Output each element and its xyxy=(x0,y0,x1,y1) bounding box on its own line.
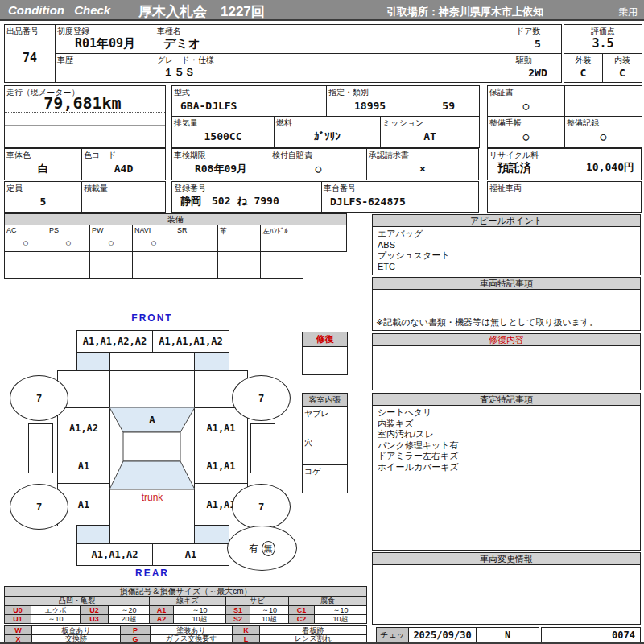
circle-mark: ○ xyxy=(133,233,175,251)
repair-detail-panel: 修復内容 xyxy=(372,333,641,390)
equipment-cell-extra xyxy=(303,225,347,252)
front-pillar-right-shade xyxy=(194,352,229,371)
field-drive: 駆動 2WD xyxy=(514,53,562,83)
circle-mark: ○ xyxy=(565,126,642,147)
equipment-empty-cell xyxy=(47,251,90,279)
field-value: DJLFS-624875 xyxy=(322,191,478,212)
assessment-list: シートヘタリ 内装キズ 室内汚れ/スレ パンク修理キット有 ドアミラー左右キズ … xyxy=(373,406,640,474)
legend-code: U3 xyxy=(80,614,109,624)
field-color-code: 色コード A4D xyxy=(81,148,166,180)
field-value: A4D xyxy=(82,158,165,180)
field-value xyxy=(56,63,155,82)
assessment-item: パンク修理キット有 xyxy=(378,440,635,452)
field-maintenance-book: 整備手帳 ○ xyxy=(487,116,565,148)
circle-mark: ○ xyxy=(488,95,564,116)
legend-value: 10超 xyxy=(173,614,226,624)
rear-pillar-left-shade xyxy=(76,525,110,544)
mileage-empty-section xyxy=(5,113,165,126)
equipment-empty-cell xyxy=(260,251,303,279)
field-welfare-vehicle: 福祉車両 xyxy=(487,181,642,213)
equipment-label: 左ﾊﾝﾄﾞﾙ xyxy=(262,226,288,237)
right-door-panel: A1,A1 xyxy=(194,448,248,484)
hood-panel xyxy=(109,370,195,408)
field-insurance: 検付自賠責 ○ xyxy=(270,148,367,180)
field-value: 3.5 xyxy=(564,34,642,53)
legend-value: 20超 xyxy=(108,614,150,624)
pickup-location: 引取場所：神奈川県厚木市上依知 xyxy=(386,5,543,19)
field-value: 6BA-DJLFS xyxy=(172,95,326,116)
field-value: 18995 59 xyxy=(327,95,479,116)
field-fuel: 燃料 ｶﾞｿﾘﾝ xyxy=(274,116,381,148)
circle-mark: ○ xyxy=(47,233,89,251)
panel-title: アピールポイント xyxy=(373,215,640,227)
wheel-rear-right: 7 xyxy=(232,484,291,530)
mini-box-title: 修復 xyxy=(303,332,347,347)
equipment-empty-cell xyxy=(217,251,261,279)
field-label: 福祉車両 xyxy=(489,183,522,194)
equipment-header: 装備 xyxy=(4,213,347,225)
cabin-lining-box: 客室内張 ヤブレ 穴 コゲ xyxy=(302,393,348,493)
circle-mark: ○ xyxy=(5,233,47,251)
field-lot-number: 出品番号 74 xyxy=(4,24,56,83)
legend-value: 10超 xyxy=(250,614,289,624)
field-value xyxy=(82,191,165,212)
appeal-item: プッシュスタート xyxy=(378,250,635,262)
field-value: R08年09月 xyxy=(172,158,270,180)
field-label: リサイクル料 xyxy=(489,150,539,161)
field-value: R01年09月 xyxy=(56,34,155,53)
front-label: FRONT xyxy=(57,312,247,324)
disclaimer-note: ※記載のない書類・機器等は無しとして取り扱います。 xyxy=(376,316,598,328)
rear-bumper-left-panel: A1,A1,A2 xyxy=(76,543,153,566)
panel-title: 査定特記事項 xyxy=(373,394,640,406)
field-value: 白 xyxy=(5,158,81,180)
legend-value: 10超 xyxy=(314,614,367,624)
check-date: 2025/09/30 xyxy=(408,627,477,642)
field-recycle-fee: リサイクル料 預託済 10,040円 xyxy=(487,148,642,180)
assessment-item: ホイールカバーキズ xyxy=(378,462,635,473)
equipment-cell-ps: PS ○ xyxy=(47,225,90,252)
field-value: 79,681km xyxy=(5,93,160,113)
field-value: AT xyxy=(381,126,479,147)
appeal-list: エアバッグ ABS プッシュスタート ETC xyxy=(373,227,640,274)
cabin-row-hole: 穴 xyxy=(303,436,347,464)
field-load-capacity: 積載量 xyxy=(81,181,166,213)
field-mileage: 走行（現メーター） 79,681km xyxy=(4,85,166,148)
legend-code: C2 xyxy=(288,614,315,624)
recycle-fee: 10,040円 xyxy=(586,160,634,175)
field-class-code: 指定・類別 18995 59 xyxy=(326,85,480,117)
spare-no-circled: 無 xyxy=(262,541,275,556)
front-pillar-left-shade xyxy=(76,352,110,371)
wheel-front-right: 7 xyxy=(232,375,291,421)
equipment-label: 革 xyxy=(220,226,227,237)
field-warranty-book: 保証書 ○ xyxy=(487,85,565,117)
rear-pillar-right-shade xyxy=(194,525,229,544)
legend-code: S2 xyxy=(225,614,250,624)
right-sill-panel xyxy=(250,423,275,473)
cabin-row-tear: ヤブレ xyxy=(303,407,347,436)
equipment-empty-cell xyxy=(89,251,133,279)
field-value: 5 xyxy=(514,34,561,53)
wheel-rear-left: 7 xyxy=(10,484,68,530)
rear-bumper-right-panel: A1 xyxy=(152,543,229,566)
circle-mark: ○ xyxy=(488,126,564,147)
field-door-count: ドア数 5 xyxy=(514,24,562,54)
recycle-status: 預託済 xyxy=(497,161,531,175)
cabin-row-burn: コゲ xyxy=(303,464,347,493)
assessment-notes-panel: 査定特記事項 シートヘタリ 内装キズ 室内汚れ/スレ パンク修理キット有 ドアミ… xyxy=(372,393,641,551)
field-model-name: 車種名 デミオ xyxy=(155,24,514,54)
repair-mini-box: 修復 xyxy=(302,332,348,375)
appeal-item: エアバッグ xyxy=(378,229,635,240)
wheel-front-left: 7 xyxy=(10,375,68,421)
sheet-number: 0074 xyxy=(541,627,641,642)
assessment-item: ドアミラー左右キズ xyxy=(378,451,635,462)
front-bumper-left-panel: A1,A1,A2,A2 xyxy=(76,330,153,353)
field-displacement: 排気量 1500CC xyxy=(171,116,275,148)
appeal-points-panel: アピールポイント エアバッグ ABS プッシュスタート ETC xyxy=(372,214,641,275)
panel-title: 車両変更情報 xyxy=(373,553,640,565)
field-interior-grade: 内装 C xyxy=(602,53,642,83)
class-code-secondary: 59 xyxy=(442,100,455,112)
field-model-code: 型式 6BA-DJLFS xyxy=(171,85,327,117)
equipment-label: SR xyxy=(177,226,188,234)
field-transmission: ミッション AT xyxy=(380,116,480,148)
front-bumper-right-panel: A1,A1,A1,A2 xyxy=(152,330,229,353)
